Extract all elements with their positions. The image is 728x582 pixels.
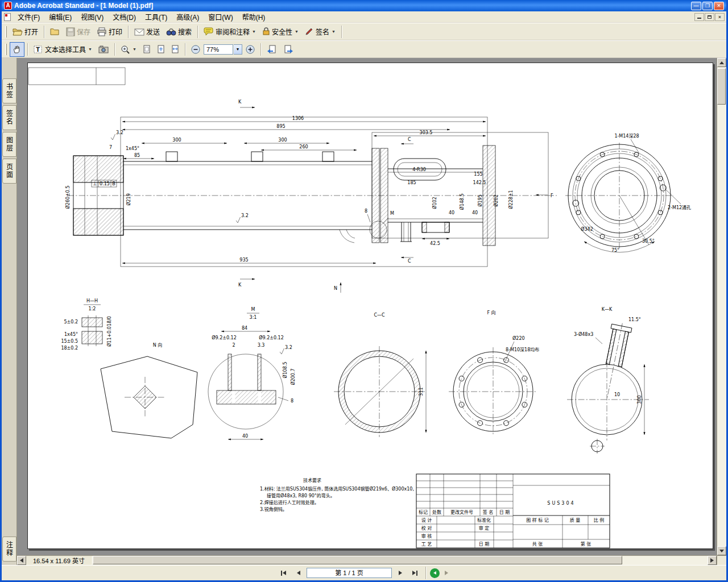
titlebar: A Adobe Acrobat Standard - [1 Model (1).… [2, 0, 726, 11]
vertical-scroll-track[interactable] [717, 67, 726, 546]
doc-minimize-button[interactable] [694, 13, 704, 21]
security-button[interactable]: 安全性 ▼ [259, 24, 301, 39]
dim-300-2: 300 [278, 138, 287, 143]
horizontal-scroll-thumb[interactable] [93, 556, 622, 564]
sign-label: 签名 [316, 27, 329, 36]
doc-close-button[interactable]: × [715, 13, 725, 21]
zoom-level-input[interactable]: 77% [204, 44, 233, 55]
engineering-drawing: 1306 895 303.5 300 300 260 935 85 7 1x45… [28, 63, 714, 550]
zoom-in-button[interactable] [243, 42, 258, 57]
send-button[interactable]: 发送 [131, 24, 163, 39]
previous-view-nav-button[interactable] [430, 568, 440, 578]
window-title: Adobe Acrobat Standard - [1 Model (1).pd… [14, 2, 153, 10]
printer-icon [97, 27, 107, 36]
restore-button[interactable]: ❐ [702, 2, 713, 10]
dim-d342: Ø342 [581, 226, 593, 232]
menu-advanced[interactable]: 高级(A) [172, 11, 204, 23]
vertical-scrollbar [717, 58, 726, 565]
scroll-right-button[interactable] [708, 556, 717, 565]
m-dim-2: 2 [232, 343, 235, 348]
toolbar-grip[interactable] [5, 26, 7, 38]
tab-comments[interactable]: 注释 [2, 537, 16, 562]
zoom-in-icon [246, 45, 255, 54]
comment-bubble-icon [204, 27, 214, 36]
zoom-out-button[interactable] [188, 42, 203, 57]
vertical-scroll-thumb[interactable] [717, 68, 726, 105]
menu-document[interactable]: 文档(D) [108, 11, 140, 23]
tb-drawing-mark: 图 样 标 记 [526, 517, 549, 523]
menu-help[interactable]: 帮助(H) [238, 11, 270, 23]
menu-tools[interactable]: 工具(T) [140, 11, 172, 23]
horizontal-scroll-track[interactable] [92, 556, 708, 565]
tb-doc-no: 更改文件号 [450, 509, 473, 515]
close-button[interactable]: ✕ [714, 2, 724, 10]
tech-line4: 3.锐角倒钝。 [260, 506, 287, 512]
hand-tool-button[interactable] [10, 42, 24, 57]
m-dim-3-3: 3.3 [258, 343, 265, 348]
tab-signatures[interactable]: 签名 [2, 105, 16, 130]
text-select-label: 文本选择工具 [45, 44, 86, 54]
next-page-button[interactable] [394, 567, 407, 579]
print-button[interactable]: 打印 [94, 24, 125, 39]
organizer-button[interactable] [47, 24, 63, 39]
f-title: F 向 [487, 310, 495, 315]
previous-page-button[interactable] [292, 567, 305, 579]
menu-file[interactable]: 文件(F) [13, 11, 44, 23]
scrollbar-corner [717, 555, 726, 565]
material-label: SUS304 [547, 501, 575, 506]
minimize-button[interactable]: — [691, 2, 701, 10]
tab-pages[interactable]: 页面 [2, 159, 16, 184]
text-select-tool-button[interactable]: T 文本选择工具 ▼ [31, 42, 95, 57]
first-page-button[interactable] [277, 567, 290, 579]
menu-window[interactable]: 窗口(W) [204, 11, 237, 23]
dim-4r30: 4-R30 [412, 167, 426, 172]
m-dim-8: 8 [291, 398, 293, 404]
doc-restore-button[interactable] [705, 13, 714, 21]
document-view[interactable]: 1306 895 303.5 300 300 260 935 85 7 1x45… [17, 58, 717, 555]
scroll-up-button[interactable] [717, 58, 726, 67]
view-n: N 向 [101, 342, 197, 438]
snapshot-tool-button[interactable] [96, 42, 111, 57]
scroll-down-button[interactable] [717, 546, 726, 555]
text-select-icon: T [34, 45, 43, 54]
zoom-tool-button[interactable]: ▼ [118, 42, 139, 57]
folder-icon [50, 27, 60, 36]
toolbar-grip[interactable] [5, 44, 7, 55]
menu-edit[interactable]: 编辑(E) [44, 11, 76, 23]
tab-bookmarks[interactable]: 书签 [2, 78, 16, 103]
actual-size-button[interactable] [140, 42, 154, 57]
dim-d195: Ø195 [477, 194, 483, 207]
menu-view[interactable]: 视图(V) [76, 11, 108, 23]
tech-title: 技术要求 [303, 477, 321, 483]
left-arrow-icon [20, 558, 23, 563]
tb-design: 设 计 [421, 517, 432, 523]
page-number-input[interactable]: 第 1 / 1 页 [307, 568, 392, 578]
review-comment-button[interactable]: 审阅和注释 ▼ [201, 24, 259, 39]
next-view-nav-button[interactable] [441, 568, 451, 578]
dim-260: 260 [299, 144, 308, 149]
dim-8: 8 [365, 209, 367, 214]
next-view-button[interactable] [280, 42, 296, 57]
tab-layers[interactable]: 图层 [2, 132, 16, 157]
previous-view-button[interactable] [264, 42, 280, 57]
zoom-dropdown-button[interactable]: ▼ [234, 44, 242, 55]
last-page-button[interactable] [408, 567, 421, 579]
tech-line3: 2.焊接后进行人工时效处理。 [260, 500, 319, 505]
hh-bore: Ø11+0.018/0 [106, 316, 112, 347]
sign-button[interactable]: 签名 ▼ [302, 24, 338, 39]
horizontal-scrollbar: 16.54 x 11.69 英寸 [17, 555, 717, 565]
search-button[interactable]: 搜索 [163, 24, 195, 39]
previous-view-icon [267, 45, 277, 54]
open-button[interactable]: 打开 [10, 24, 41, 39]
fit-page-button[interactable] [154, 42, 168, 57]
next-page-icon [399, 571, 402, 575]
scroll-left-button[interactable] [17, 556, 26, 565]
magnifier-icon [121, 45, 130, 54]
page-navigation-bar: 第 1 / 1 页 [2, 565, 726, 580]
fcf-datum: B [112, 181, 115, 186]
save-button[interactable]: 保存 [63, 24, 93, 39]
m-dim-40: 40 [242, 434, 248, 439]
fit-width-button[interactable] [168, 42, 182, 57]
tb-mark: 标记 [419, 509, 428, 515]
tb-sheet-no: 第 张 [581, 541, 592, 547]
